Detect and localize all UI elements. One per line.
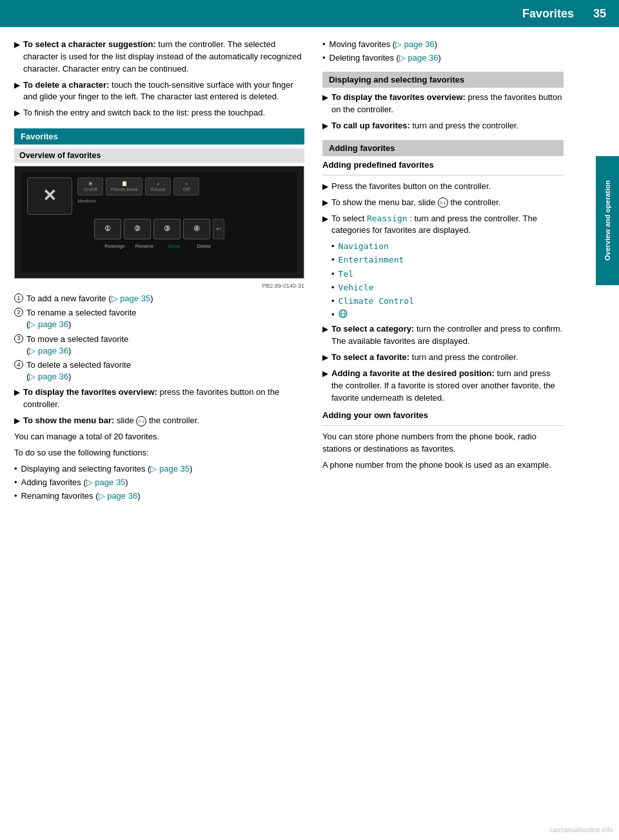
adding-section-header: Adding favorites	[322, 140, 564, 156]
displaying-section-header: Displaying and selecting favorites	[322, 72, 564, 88]
bullet-icon: •	[14, 490, 17, 502]
arrow-icon: ▶	[322, 352, 328, 364]
arrow-label: To call up favorites:	[331, 121, 410, 130]
globe-icon	[339, 309, 348, 321]
arrow-icon: ▶	[14, 39, 20, 75]
page-ref: ▷ page 35	[150, 464, 190, 474]
arrow-icon: ▶	[14, 80, 20, 104]
screen-btn-sound: ♪ Sound	[145, 177, 171, 195]
category-globe: •	[331, 309, 564, 321]
medium-label: Medium	[77, 198, 199, 204]
device-image: ✕ ⊕ On/off 📋 Phone book	[14, 166, 304, 279]
watermark: carmanualsonline.info	[550, 826, 613, 834]
reassign-code: Reassign	[367, 214, 408, 223]
arrow-item-show-menu-bar: ▶ To show the menu bar, slide ○↓ the con…	[322, 197, 564, 209]
num-circle-4: 4	[14, 360, 23, 369]
controller-symbol: ○↓	[136, 416, 146, 426]
predefined-favorites-title: Adding predefined favorites	[322, 160, 564, 170]
arrow-label: To select a category:	[331, 324, 414, 334]
arrow-icon: ▶	[14, 108, 20, 119]
num-circle-2: 2	[14, 308, 23, 317]
category-entertainment: • Entertainment	[331, 254, 564, 266]
arrow-icon: ▶	[14, 387, 20, 411]
left-column: ▶ To select a character suggestion: turn…	[0, 39, 316, 504]
arrow-item-add-position: ▶ Adding a favorite at the desired posi­…	[322, 368, 564, 405]
screen-btn-onoff: ⊕ On/off	[77, 177, 103, 195]
arrow-label: Adding a favorite at the desired posi­ti…	[331, 368, 495, 378]
arrow-item-select-category: ▶ To select a category: turn the control…	[322, 323, 564, 348]
arrow-icon: ▶	[14, 415, 20, 427]
arrow-icon: ▶	[322, 368, 328, 405]
screen-btn-off: ○ Off	[173, 177, 199, 195]
arrow-item-select-char: ▶ To select a character suggestion: turn…	[14, 39, 304, 75]
label-rename: Rename	[131, 243, 158, 249]
arrow-item-display-fav: ▶ To display the favorites overview: pre…	[322, 92, 564, 116]
arrow-label: To display the favorites overview:	[23, 387, 157, 397]
dot-item-adding: • Adding favorites (▷ page 35)	[14, 477, 304, 488]
bullet-icon: •	[331, 254, 335, 266]
num-item-4: 4 To delete a selected favorite(▷ page 3…	[14, 359, 304, 383]
category-label: Tel	[339, 268, 353, 280]
arrow-text2: the con­troller.	[450, 197, 500, 207]
bullet-icon: •	[322, 39, 326, 50]
arrow-label: To select a character suggestion:	[23, 39, 156, 49]
bullet-icon: •	[331, 268, 335, 280]
btn-4: ④	[183, 219, 210, 239]
header-bar: Favorites 35	[0, 0, 619, 27]
category-label: Vehicle	[339, 282, 374, 294]
category-tel: • Tel	[331, 268, 564, 280]
arrow-text: turn and press the controller.	[412, 121, 518, 130]
page-number: 35	[593, 7, 606, 21]
divider-2	[322, 425, 564, 426]
dot-item-displaying: • Displaying and selecting favorites (▷ …	[14, 463, 304, 475]
arrow-label: To delete a character:	[23, 80, 109, 90]
arrow-item-select-favorite: ▶ To select a favorite: turn and press t…	[322, 352, 564, 364]
btn-2: ②	[124, 219, 151, 239]
overview-section-header: Overview of favorites	[14, 148, 304, 163]
arrow-text: slide	[117, 415, 136, 425]
own-favorites-para2: A phone number from the phone book is us…	[322, 459, 564, 472]
main-content: ▶ To select a character suggestion: turn…	[0, 27, 619, 504]
bullet-icon: •	[322, 52, 326, 64]
arrow-icon: ▶	[322, 121, 328, 132]
para-functions: To do so use the following functions:	[14, 447, 304, 459]
category-label: Climate Control	[339, 295, 414, 307]
btn-1: ①	[94, 219, 121, 239]
num-item-1: 1 To add a new favorite (▷ page 35)	[14, 293, 304, 305]
bullet-icon: •	[14, 477, 17, 488]
arrow-label: To display the favorites overview:	[331, 92, 466, 102]
arrow-text: To finish the entry and switch back to t…	[23, 108, 265, 117]
label-delete: Delete	[190, 243, 217, 249]
arrow-text2: the controller.	[149, 415, 199, 425]
category-vehicle: • Vehicle	[331, 282, 564, 294]
favorites-section-header: Favorites	[14, 128, 304, 145]
arrow-text: To select	[331, 214, 367, 223]
page-ref: ▷ page 36	[29, 319, 68, 329]
btn-3: ③	[153, 219, 181, 239]
label-move: Move	[161, 243, 188, 249]
num-circle-1: 1	[14, 294, 23, 303]
arrow-item-call-fav: ▶ To call up favorites: turn and press t…	[322, 120, 564, 132]
arrow-label: To select a favorite:	[331, 352, 409, 362]
arrow-icon: ▶	[322, 181, 328, 193]
arrow-item-display-overview: ▶ To display the favorites overview: pre…	[14, 386, 304, 411]
arrow-item-press-fav-btn: ▶ Press the favorites button on the cont…	[322, 181, 564, 193]
num-circle-3: 3	[14, 334, 23, 343]
x-button: ✕	[27, 177, 72, 215]
arrow-label: To show the menu bar:	[23, 415, 114, 425]
dot-item-renaming: • Renaming favorites (▷ page 36)	[14, 490, 304, 502]
arrow-text: turn and press the controller.	[412, 352, 518, 362]
arrow-text: To show the menu bar, slide	[331, 197, 438, 207]
page-ref: ▷ page 36	[399, 53, 438, 63]
page-ref: ▷ page 35	[86, 477, 126, 487]
page-ref: ▷ page 36	[99, 491, 138, 501]
num-item-2: 2 To rename a selected favorite(▷ page 3…	[14, 307, 304, 330]
bullet-icon: •	[331, 241, 335, 252]
btn-arrow: ↩	[213, 219, 224, 239]
right-column: • Moving favorites (▷ page 36) • Deletin…	[316, 39, 596, 504]
divider	[322, 175, 564, 175]
dot-item-deleting: • Deleting favorites (▷ page 36)	[322, 52, 564, 64]
controller-symbol-2: ○↓	[438, 197, 448, 208]
arrow-icon: ▶	[322, 197, 328, 209]
own-favorites-title: Adding your own favorites	[322, 410, 564, 420]
